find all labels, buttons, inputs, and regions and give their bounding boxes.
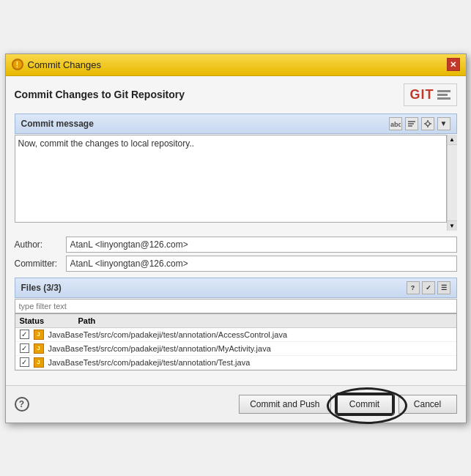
- scroll-up[interactable]: ▲: [448, 135, 457, 145]
- committer-row: Committer:: [15, 256, 457, 272]
- svg-point-4: [426, 122, 429, 125]
- path-col-header: Path: [78, 316, 452, 325]
- cancel-button[interactable]: Cancel: [398, 395, 457, 414]
- titlebar: ! Commit Changes ✕: [6, 54, 466, 76]
- dialog-title: Commit Changes: [28, 59, 101, 70]
- files-table: Status Path ✓ J JavaBaseTest/src/com/pad…: [15, 313, 457, 371]
- dialog-footer: ? Commit and Push Commit Cancel: [6, 385, 466, 423]
- files-table-header: Status Path: [15, 314, 456, 328]
- author-input[interactable]: [66, 237, 457, 253]
- svg-point-7: [424, 123, 426, 124]
- spell-check-btn[interactable]: abc: [389, 117, 402, 130]
- svg-text:abc: abc: [390, 121, 401, 128]
- file-path-2: JavaBaseTest/src/com/padakeji/test/annot…: [48, 344, 271, 353]
- git-line-1: [437, 90, 450, 92]
- file-type-icon-3: J: [34, 357, 44, 368]
- file-checkbox-2[interactable]: ✓: [20, 343, 29, 353]
- files-section: Files (3/3) ? ✓ ☰ Status Path ✓ J JavaBa…: [15, 278, 457, 371]
- settings-btn[interactable]: [421, 117, 434, 130]
- format-btn[interactable]: [405, 117, 418, 130]
- git-logo: GIT: [404, 83, 457, 106]
- close-button[interactable]: ✕: [447, 58, 460, 71]
- git-logo-lines: [437, 90, 450, 100]
- message-scrollbar[interactable]: ▲ ▼: [447, 135, 457, 231]
- page-title: Commit Changes to Git Repository: [15, 89, 185, 100]
- expand-btn[interactable]: ▼: [437, 117, 450, 130]
- table-row: ✓ J JavaBaseTest/src/com/padakeji/test/a…: [15, 328, 456, 342]
- file-path-3: JavaBaseTest/src/com/padakeji/test/annot…: [48, 358, 251, 367]
- files-section-header: Files (3/3) ? ✓ ☰: [15, 278, 457, 298]
- svg-point-5: [427, 120, 429, 122]
- table-row: ✓ J JavaBaseTest/src/com/padakeji/test/a…: [15, 356, 456, 370]
- file-checkbox-3[interactable]: ✓: [20, 357, 29, 367]
- commit-message-wrapper: Now, commit the changes to local reposit…: [15, 135, 457, 231]
- git-line-3: [437, 97, 450, 100]
- commit-message-label: Commit message: [21, 119, 94, 129]
- status-col-header: Status: [20, 316, 64, 325]
- commit-message-input[interactable]: Now, commit the changes to local reposit…: [15, 135, 447, 223]
- committer-input[interactable]: [66, 256, 457, 272]
- header-row: Commit Changes to Git Repository GIT: [15, 83, 457, 106]
- git-logo-text: GIT: [410, 87, 434, 103]
- commit-button[interactable]: Commit: [335, 393, 394, 415]
- author-label: Author:: [15, 239, 66, 250]
- section-icons: abc ▼: [389, 117, 450, 130]
- commit-message-section-header: Commit message abc ▼: [15, 114, 457, 134]
- commit-push-button[interactable]: Commit and Push: [239, 395, 330, 414]
- file-type-icon-2: J: [34, 343, 44, 354]
- file-type-icon-1: J: [34, 330, 44, 340]
- help-button[interactable]: ?: [15, 397, 29, 412]
- dialog-icon: !: [12, 59, 23, 70]
- file-checkbox-1[interactable]: ✓: [20, 330, 29, 339]
- files-check-btn[interactable]: ✓: [422, 281, 435, 294]
- svg-point-8: [430, 123, 431, 124]
- commit-button-wrapper: Commit: [335, 393, 394, 415]
- author-row: Author:: [15, 237, 457, 253]
- file-path-1: JavaBaseTest/src/com/padakeji/test/annot…: [48, 330, 288, 339]
- files-icons: ? ✓ ☰: [407, 281, 450, 294]
- git-line-2: [437, 94, 448, 96]
- table-row: ✓ J JavaBaseTest/src/com/padakeji/test/a…: [15, 342, 456, 356]
- commit-dialog: ! Commit Changes ✕ Commit Changes to Git…: [5, 53, 467, 423]
- committer-label: Committer:: [15, 259, 66, 269]
- files-help-btn[interactable]: ?: [407, 281, 420, 294]
- files-view-btn[interactable]: ☰: [437, 281, 450, 294]
- dialog-content: Commit Changes to Git Repository GIT Com…: [6, 76, 466, 378]
- footer-right: Commit and Push Commit Cancel: [239, 393, 456, 415]
- scroll-track: [448, 145, 457, 220]
- scroll-down[interactable]: ▼: [448, 220, 457, 231]
- files-label: Files (3/3): [21, 283, 62, 293]
- filter-input[interactable]: [15, 299, 457, 313]
- footer-left: ?: [15, 397, 29, 412]
- svg-point-6: [427, 126, 429, 127]
